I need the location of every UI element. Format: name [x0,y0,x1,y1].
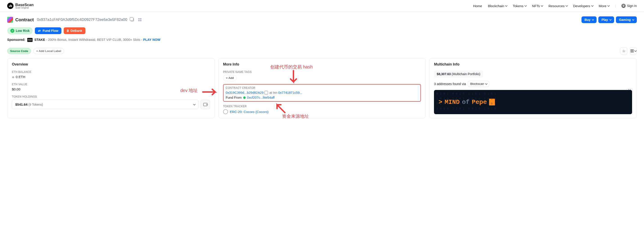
nav-divider: | [615,4,616,8]
list-icon [630,50,634,52]
chevron-down-icon [565,4,568,7]
overview-title: Overview [12,62,210,66]
source-code-tag[interactable]: Source Code [7,48,31,54]
token-icon [223,109,228,114]
eth-value-amount: $0.00 [12,87,210,91]
add-tag-button[interactable]: +Add [223,75,237,81]
chevron-down-icon [632,18,634,21]
play-button[interactable]: Play [598,16,614,23]
play-now-link[interactable]: PLAY NOW [143,38,160,41]
nav-more[interactable]: More [599,4,609,8]
chevron-down-icon [609,18,612,21]
ad-banner[interactable]: 0 1 0 1 0 0 1 0 1 1 0 1 0 1 0 1 1 0 1 0 … [434,90,632,114]
stake-icon: Stake [27,38,32,42]
contract-creator-section: CONTRACT CREATOR 0x319C399d...b29d82A29 … [223,84,421,102]
logo-tagline: Scan Original [15,7,34,9]
nav-nfts[interactable]: NFTs [532,4,542,8]
flow-icon: ⇄ [38,29,41,32]
more-info-title: More Info [223,62,421,66]
chevron-down-icon [592,18,594,21]
chevron-down-icon [541,4,543,7]
fund-flow-button[interactable]: ⇄Fund Flow [35,27,62,34]
chevron-down-icon [591,4,594,7]
copy-creator-button[interactable] [264,91,268,95]
nav-tokens[interactable]: Tokens [513,4,526,8]
token-holdings-label: TOKEN HOLDINGS [12,95,210,98]
nav-developers[interactable]: Developers [573,4,593,8]
qr-icon [138,18,142,21]
chevron-down-icon [634,49,636,52]
eth-balance-label: ETH BALANCE [12,70,210,74]
multichain-portfolio-button[interactable]: $8,307.63 (Multichain Portfolio) [434,70,483,78]
user-icon [622,4,626,8]
debank-button[interactable]: ɃDeBank [64,27,85,34]
nav-home[interactable]: Home [473,4,482,8]
creation-txn-link[interactable]: 0x7741871c59... [278,91,302,95]
favorite-button[interactable]: ☆ [620,47,627,54]
token-tracker-link[interactable]: ERC-20: Cocoro (Cocoro) [230,110,269,114]
multichain-title: Multichain Info [434,62,632,66]
token-holdings-dropdown[interactable]: $541.64 (9 Tokens) [12,100,198,109]
star-icon: ☆ [622,49,625,53]
chevron-down-icon [607,4,610,7]
verified-icon: ⬣ [243,96,246,99]
contract-creator-label: CONTRACT CREATOR [226,86,418,90]
chevron-down-icon [524,4,527,7]
gaming-button[interactable]: Gaming [616,16,637,23]
logo-name: BaseScan [15,3,34,7]
logo[interactable]: BaseScan Scan Original [7,3,34,9]
debank-icon: Ƀ [67,29,69,32]
addresses-found-text: 3 addresses found via [434,82,466,86]
copy-icon [131,18,134,21]
nav-blockchain[interactable]: Blockchain [488,4,507,8]
copy-icon [265,92,268,94]
chevron-down-icon [505,4,508,7]
logo-icon [7,3,14,9]
eth-value-label: ETH VALUE [12,83,210,86]
plus-icon: + [226,76,228,80]
nav-resources[interactable]: Resources [548,4,567,8]
chevron-down-icon [485,82,488,85]
token-tracker-label: TOKEN TRACKER [223,105,421,108]
signin-button[interactable]: Sign In [622,4,637,8]
blockscan-button[interactable]: Blockscan [468,81,489,87]
overview-card: Overview ETH BALANCE ◆0 ETH ETH VALUE $0… [7,58,215,119]
fund-from-label: Fund From [226,96,242,99]
wallet-icon [203,103,207,106]
chevron-down-icon [193,103,196,106]
buy-button[interactable]: Buy [582,16,596,23]
check-icon: ✓ [10,29,14,33]
add-local-label-button[interactable]: + Add Local Label [33,48,64,54]
contract-address: 0x937a1cFAF0A3d9f5Dc4D0927F72ee5e3e5F82a… [37,17,127,22]
contract-avatar [7,17,13,23]
sponsored-banner: Sponsored: Stake STAKE - 200% Bonus, Ins… [7,38,637,42]
eth-icon: ◆ [12,75,14,79]
page-title: Contract [15,17,34,22]
more-options-button[interactable] [630,47,637,54]
creator-address-link[interactable]: 0x319C399d...b29d82A29 [226,91,264,95]
private-tags-label: PRIVATE NAME TAGS [223,70,421,74]
fund-from-link[interactable]: 0xcf207c...f4e54aff [247,96,274,99]
wallet-button[interactable] [200,100,210,109]
more-info-card: More Info PRIVATE NAME TAGS +Add CONTRAC… [218,58,426,119]
low-risk-badge[interactable]: ✓Low Risk [7,27,32,34]
ad-background: 0 1 0 1 0 0 1 0 1 1 0 1 0 1 0 1 1 0 1 0 … [434,90,632,114]
copy-button[interactable] [130,17,135,22]
qr-button[interactable] [137,17,142,22]
eth-balance-value: ◆0 ETH [12,75,210,79]
multichain-card: Multichain Info $8,307.63 (Multichain Po… [429,58,637,119]
